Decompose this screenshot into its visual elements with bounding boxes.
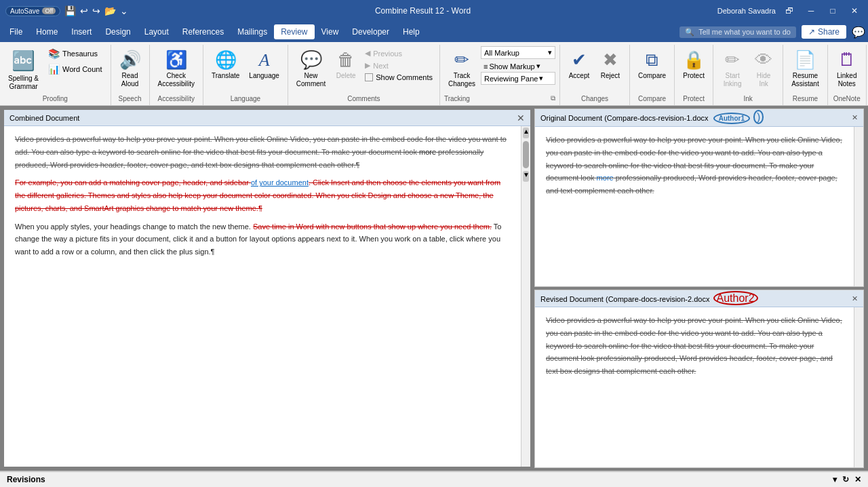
doc-link[interactable]: of your document <box>251 178 309 187</box>
menu-mailings[interactable]: Mailings <box>231 24 274 39</box>
menu-file[interactable]: File <box>3 24 29 39</box>
combined-para-3: When you apply styles, your headings cha… <box>15 220 510 258</box>
toolbar-more-icon[interactable]: ⌄ <box>120 5 128 16</box>
save-icon[interactable]: 💾 <box>64 5 76 16</box>
redo-icon[interactable]: ↪ <box>92 5 100 16</box>
start-inking-button[interactable]: ✏ StartInking <box>717 46 747 91</box>
proofing-content: 🔤 Spelling &Grammar 📚 Thesaurus 📊 Word C… <box>4 46 106 94</box>
combined-doc-body[interactable]: Video provides a powerful way to help yo… <box>4 126 521 467</box>
track-changes-icon: ✏ <box>454 49 469 72</box>
original-doc-close-icon[interactable]: ✕ <box>852 113 858 122</box>
comments-toggle-icon[interactable]: 💬 <box>852 26 865 39</box>
translate-button[interactable]: 🌐 Translate <box>208 46 243 83</box>
combined-doc-scrollbar[interactable]: ▲ ▼ <box>521 126 530 467</box>
original-scrollbar[interactable] <box>854 127 863 286</box>
reviewing-pane-dropdown: ▾ <box>539 74 543 83</box>
combined-document-panel: Combined Document ✕ Video provides a pow… <box>4 110 530 467</box>
restore-icon[interactable]: 🗗 <box>781 3 797 19</box>
menu-references[interactable]: References <box>176 24 231 39</box>
original-doc-content: Video provides a powerful way to help yo… <box>535 127 863 286</box>
menu-design[interactable]: Design <box>98 24 137 39</box>
revised-doc-panel: Revised Document (Compare-docs-revision-… <box>534 290 864 468</box>
menu-insert[interactable]: Insert <box>64 24 98 39</box>
revisions-dropdown-icon[interactable]: ▾ <box>833 475 837 484</box>
resume-assistant-button[interactable]: 📄 ResumeAssistant <box>787 46 823 91</box>
word-count-button[interactable]: 📊 Word Count <box>44 62 106 77</box>
compare-button[interactable]: ⧉ Compare <box>634 46 670 83</box>
protect-group-label: Protect <box>683 95 705 105</box>
open-icon[interactable]: 📂 <box>104 5 116 16</box>
combined-para-1: Video provides a powerful way to help yo… <box>15 133 510 171</box>
author2-badge-text: Author2 <box>717 292 755 304</box>
read-aloud-button[interactable]: 🔊 ReadAloud <box>115 46 145 91</box>
tracking-sub: All Markup ▾ ≡ Show Markup ▾ Reviewing P… <box>481 46 555 85</box>
comments-content: 💬 NewComment 🗑 Delete ◀ Previous ▶ Next <box>292 46 435 94</box>
spelling-label: Spelling &Grammar <box>8 75 39 91</box>
read-aloud-label: ReadAloud <box>121 72 139 88</box>
title-bar-right: Deborah Savadra 🗗 ─ □ ✕ <box>717 3 863 19</box>
check-accessibility-button[interactable]: ♿ CheckAccessibility <box>154 46 199 91</box>
maximize-icon[interactable]: □ <box>825 3 841 19</box>
search-box[interactable]: 🔍 Tell me what you want to do <box>679 26 796 38</box>
show-markup-button[interactable]: ≡ Show Markup ▾ <box>481 60 555 72</box>
track-changes-button[interactable]: ✏ TrackChanges <box>444 46 479 91</box>
spelling-grammar-button[interactable]: 🔤 Spelling &Grammar <box>4 46 43 94</box>
menu-layout[interactable]: Layout <box>138 24 176 39</box>
all-markup-select[interactable]: All Markup ▾ <box>481 46 555 59</box>
revisions-close-icon[interactable]: ✕ <box>854 475 861 484</box>
read-aloud-icon: 🔊 <box>119 49 141 72</box>
combined-doc-area: Combined Document ✕ Video provides a pow… <box>0 106 534 471</box>
accept-button[interactable]: ✔ Accept <box>564 46 594 83</box>
onenote-content: 🗒 LinkedNotes <box>832 46 862 94</box>
minimize-icon[interactable]: ─ <box>803 3 819 19</box>
thesaurus-button[interactable]: 📚 Thesaurus <box>44 46 106 61</box>
combined-doc-close-icon[interactable]: ✕ <box>517 113 525 123</box>
reject-button[interactable]: ✖ Reject <box>595 46 625 83</box>
new-comment-icon: 💬 <box>300 49 322 72</box>
close-icon[interactable]: ✕ <box>846 3 863 19</box>
original-doc-body[interactable]: Video provides a powerful way to help yo… <box>535 127 854 286</box>
original-more-link[interactable]: more <box>597 174 614 182</box>
combined-doc-content: Video provides a powerful way to help yo… <box>4 126 530 467</box>
start-inking-label: StartInking <box>724 72 742 88</box>
ribbon-group-comments: 💬 NewComment 🗑 Delete ◀ Previous ▶ Next <box>288 45 440 105</box>
next-comment-button[interactable]: ▶ Next <box>362 60 435 71</box>
comments-group-label: Comments <box>347 95 380 105</box>
tracking-expand-icon[interactable]: ⧉ <box>551 94 555 102</box>
menu-help[interactable]: Help <box>396 24 427 39</box>
accessibility-label: CheckAccessibility <box>158 72 195 88</box>
menu-view[interactable]: View <box>315 24 346 39</box>
scrollbar-up[interactable]: ▲ <box>523 128 529 138</box>
previous-comment-button[interactable]: ◀ Previous <box>362 47 435 59</box>
revised-scrollbar[interactable] <box>854 307 863 467</box>
undo-icon[interactable]: ↩ <box>80 5 88 16</box>
share-button[interactable]: ↗ Share <box>802 25 846 39</box>
accessibility-group-label: Accessibility <box>158 95 195 105</box>
reviewing-pane-label: Reviewing Pane <box>484 75 538 83</box>
revisions-refresh-icon[interactable]: ↻ <box>842 475 849 484</box>
menu-review[interactable]: Review <box>274 24 314 39</box>
linked-notes-button[interactable]: 🗒 LinkedNotes <box>832 46 862 91</box>
revised-doc-close-icon[interactable]: ✕ <box>852 294 858 303</box>
ribbon-group-speech: 🔊 ReadAloud Speech <box>111 45 150 105</box>
reviewing-pane-button[interactable]: Reviewing Pane ▾ <box>481 72 555 85</box>
speech-group-label: Speech <box>119 95 142 105</box>
delete-comment-button[interactable]: 🗑 Delete <box>331 46 361 83</box>
scrollbar-thumb[interactable] <box>523 141 529 168</box>
protect-button[interactable]: 🔒 Protect <box>679 46 709 83</box>
menu-home[interactable]: Home <box>29 24 64 39</box>
show-comments-button[interactable]: Show Comments <box>362 72 435 83</box>
menu-developer[interactable]: Developer <box>345 24 396 39</box>
autosave-toggle[interactable]: AutoSave Off <box>5 6 60 16</box>
language-button[interactable]: A Language <box>245 46 283 83</box>
main-area: Combined Document ✕ Video provides a pow… <box>0 106 868 471</box>
scrollbar-down[interactable]: ▼ <box>523 171 529 182</box>
revised-doc-body[interactable]: Video provides a powerful way to help yo… <box>535 307 854 467</box>
track-changes-label: TrackChanges <box>448 72 475 88</box>
reject-icon: ✖ <box>603 49 618 72</box>
protect-icon: 🔒 <box>683 49 705 72</box>
new-comment-button[interactable]: 💬 NewComment <box>292 46 330 91</box>
search-icon: 🔍 <box>685 28 694 37</box>
hide-ink-button[interactable]: 👁 HideInk <box>749 46 778 91</box>
resume-label: ResumeAssistant <box>791 72 819 88</box>
